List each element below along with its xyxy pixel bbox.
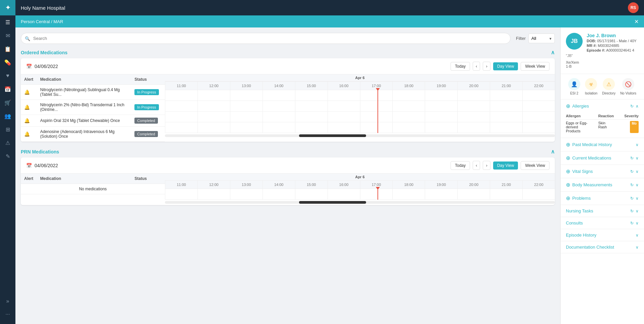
ordered-day-view-button[interactable]: Day View	[493, 62, 518, 70]
cons-chevron-icon[interactable]: ∨	[636, 221, 639, 225]
time-label: 16:00	[328, 82, 360, 90]
prn-medications-header: PRN Medications ∧	[21, 148, 555, 155]
current-medications-title: ⊕ Current Medications	[566, 155, 611, 161]
ordered-med-table: Alert Medication Status 🔔 Nitroglycerin …	[21, 74, 165, 142]
sidebar-item-menu[interactable]: ☰	[0, 15, 15, 29]
prn-next-button[interactable]: ›	[483, 161, 490, 170]
time-row	[165, 112, 555, 122]
prn-medications-title: PRN Medications	[21, 149, 59, 154]
time-indicator	[377, 189, 378, 200]
prn-scroll-track[interactable]	[165, 201, 555, 204]
prn-week-view-button[interactable]: Week View	[521, 161, 549, 170]
ordered-medications-header: Ordered Medications ∧	[21, 49, 555, 56]
severity-value: Mo	[623, 121, 639, 133]
time-row-cell	[230, 112, 262, 122]
close-icon[interactable]: ✕	[634, 18, 639, 25]
patient-tag: "JB"	[566, 54, 639, 58]
patient-icon-isolation[interactable]: ☣ Isolation	[585, 78, 597, 95]
allergies-chevron-up-icon[interactable]: ∧	[636, 104, 639, 109]
prob-refresh-icon[interactable]: ↻	[630, 196, 634, 201]
episode-history-header[interactable]: Episode History ∨	[561, 229, 644, 241]
dc-chevron-icon[interactable]: ∨	[636, 245, 639, 250]
vital-signs-header[interactable]: ⊕ Vital Signs ↻ ∨	[561, 165, 644, 178]
allergies-header[interactable]: ⊕ Allergies ↻ ∧	[561, 100, 644, 113]
ordered-medications-controls: Today ‹ › Day View Week View	[451, 62, 549, 71]
problems-header[interactable]: ⊕ Problems ↻ ∨	[561, 192, 644, 205]
nt-refresh-icon[interactable]: ↻	[630, 209, 634, 213]
time-label: 11:00	[165, 82, 197, 90]
ordered-scroll-thumb[interactable]	[299, 134, 366, 137]
prn-time-row-cell	[165, 189, 197, 199]
ordered-medications-collapse[interactable]: ∧	[551, 49, 555, 56]
allergies-refresh-icon[interactable]: ↻	[630, 104, 634, 109]
cons-refresh-icon[interactable]: ↻	[630, 221, 634, 225]
app-logo[interactable]: ✦	[0, 0, 15, 15]
time-label: 18:00	[392, 181, 425, 189]
prn-prev-button[interactable]: ‹	[473, 161, 480, 170]
prn-time-row-cell	[295, 189, 328, 199]
nursing-tasks-header[interactable]: Nursing Tasks ↻ ∨	[561, 205, 644, 217]
allergies-table: Allergen Reaction Severity Eggs or Egg-d…	[561, 113, 644, 138]
ordered-scroll-track[interactable]	[165, 134, 555, 137]
table-row: 🔔 Nitroglycerin 2% (Nitro-Bid) Transderm…	[21, 100, 165, 115]
sidebar-item-medications[interactable]: 💊	[0, 56, 15, 69]
sidebar-item-grid[interactable]: ⊞	[0, 123, 15, 136]
ordered-next-button[interactable]: ›	[483, 62, 490, 71]
time-label: 14:00	[262, 181, 295, 189]
eh-chevron-icon[interactable]: ∨	[636, 233, 639, 238]
ordered-prev-button[interactable]: ‹	[473, 62, 480, 71]
patient-icon-directory[interactable]: ⚠ Directory	[602, 78, 616, 95]
prn-day-view-button[interactable]: Day View	[493, 161, 518, 170]
nursing-tasks-title: Nursing Tasks	[566, 208, 593, 213]
consults-header[interactable]: Consults ↻ ∨	[561, 217, 644, 229]
sidebar-item-cart[interactable]: 🛒	[0, 96, 15, 109]
sidebar-item-clipboard[interactable]: 📋	[0, 42, 15, 56]
bm-chevron-icon[interactable]: ∨	[636, 183, 639, 187]
documentation-checklist-header[interactable]: Documentation Checklist ∨	[561, 241, 644, 253]
time-label: 12:00	[197, 82, 230, 90]
sidebar-item-alerts[interactable]: ⚠	[0, 136, 15, 149]
sidebar-item-users[interactable]: 👥	[0, 109, 15, 123]
current-medications-header[interactable]: ⊕ Current Medications ↻ ∨	[561, 151, 644, 165]
filter-select[interactable]: All Active Inactive	[528, 34, 555, 43]
sidebar-dots: ···	[2, 308, 13, 321]
ordered-week-view-button[interactable]: Week View	[521, 62, 549, 71]
prn-medications-collapse[interactable]: ∧	[551, 148, 555, 155]
time-row-cell	[295, 90, 328, 101]
search-input[interactable]	[21, 33, 511, 44]
past-medical-history-header[interactable]: ⊕ Past Medical History ∨	[561, 138, 644, 151]
vs-chevron-icon[interactable]: ∨	[636, 169, 639, 174]
prob-chevron-icon[interactable]: ∨	[636, 196, 639, 201]
user-avatar[interactable]: RS	[628, 2, 639, 13]
consults-title: Consults	[566, 220, 583, 225]
time-row-cell	[262, 112, 295, 122]
body-measurements-header[interactable]: ⊕ Body Measurements ↻ ∨	[561, 178, 644, 191]
no-visitors-icon: 🚫	[622, 78, 634, 90]
nt-chevron-icon[interactable]: ∨	[636, 209, 639, 213]
time-row-cell	[392, 122, 425, 133]
body-measurements-title: ⊕ Body Measurements	[566, 182, 612, 188]
prn-time-row-cell	[230, 189, 262, 199]
sidebar-item-messages[interactable]: ✉	[0, 29, 15, 42]
ordered-today-button[interactable]: Today	[451, 62, 470, 71]
patient-icon-no-visitors[interactable]: 🚫 No Visitors	[620, 78, 636, 95]
prn-calendar-icon: 📅	[26, 163, 32, 168]
prn-scroll-thumb[interactable]	[299, 201, 366, 204]
cm-chevron-icon[interactable]: ∨	[636, 156, 639, 160]
status-cell: Completed	[131, 127, 165, 142]
sidebar-item-vitals[interactable]: ♥	[0, 69, 15, 82]
bm-refresh-icon[interactable]: ↻	[630, 183, 634, 187]
reaction-col-header: Reaction	[598, 114, 622, 118]
prn-today-button[interactable]: Today	[451, 161, 470, 170]
allergen-col-header: Allergen	[566, 114, 598, 118]
sidebar-item-edit[interactable]: ✎	[0, 149, 15, 163]
vs-refresh-icon[interactable]: ↻	[630, 169, 634, 174]
time-row-cell	[328, 122, 360, 133]
patient-dob: DOB: 05/17/1981 - Male / 40Y	[587, 39, 639, 43]
pmh-chevron-icon[interactable]: ∨	[636, 142, 639, 147]
sidebar-item-calendar[interactable]: 📅	[0, 82, 15, 96]
cm-refresh-icon[interactable]: ↻	[630, 156, 634, 160]
sidebar-expand[interactable]: »	[0, 295, 15, 308]
patient-episode: Episode #: A00000324641 4	[587, 48, 639, 52]
patient-icon-esi[interactable]: 👤 ESI 2	[568, 78, 580, 95]
